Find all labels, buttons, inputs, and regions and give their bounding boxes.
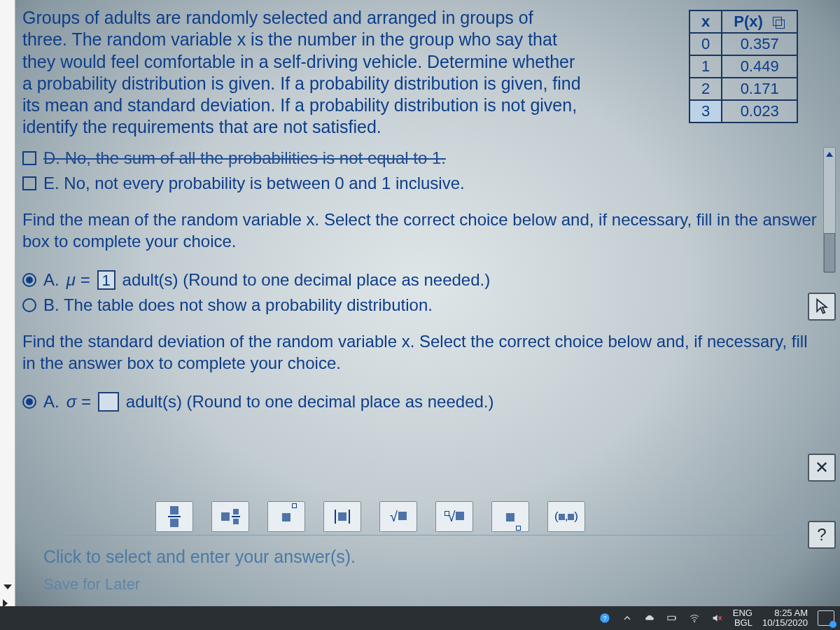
scroll-thumb[interactable] xyxy=(824,233,835,272)
table-row: 1 0.449 xyxy=(690,55,797,78)
help-tray-icon[interactable]: ? xyxy=(598,612,611,624)
save-for-later-link[interactable]: Save for Later xyxy=(43,575,140,594)
left-scroll-rail xyxy=(0,0,15,616)
clock-date: 10/15/2020 xyxy=(762,618,808,628)
system-clock[interactable]: 8:25 AM 10/15/2020 xyxy=(762,608,808,627)
svg-text:?: ? xyxy=(603,615,606,622)
mean-option-a[interactable]: A. μ = 1 adult(s) (Round to one decimal … xyxy=(22,270,820,290)
mean-prompt: Find the mean of the random variable x. … xyxy=(22,209,820,252)
option-e-row[interactable]: E. No, not every probability is between … xyxy=(22,174,820,193)
col-px-header: P(x) xyxy=(722,10,797,33)
math-fraction-button[interactable] xyxy=(155,501,193,532)
cell-x: 1 xyxy=(690,55,722,78)
cursor-icon xyxy=(816,298,828,315)
cell-px: 0.449 xyxy=(722,55,797,78)
mean-b-label: B. The table does not show a probability… xyxy=(43,295,433,315)
clock-time: 8:25 AM xyxy=(762,608,808,618)
chevron-up-icon[interactable] xyxy=(621,612,634,624)
math-nth-root-button[interactable]: √ xyxy=(435,501,473,532)
mean-a-prefix: A. xyxy=(43,270,59,290)
table-row: 2 0.171 xyxy=(690,78,797,100)
option-d-label: D. No, the sum of all the probabilities … xyxy=(43,148,446,168)
help-icon: ? xyxy=(817,525,826,545)
probability-table: x P(x) 0 0.357 1 0.449 2 0.171 3 0.023 xyxy=(689,10,798,123)
sd-option-a[interactable]: A. σ = adult(s) (Round to one decimal pl… xyxy=(22,392,820,412)
svg-rect-3 xyxy=(675,617,676,620)
scroll-up-icon[interactable] xyxy=(824,148,835,160)
hint-text: Click to select and enter your answer(s)… xyxy=(43,535,819,567)
language-indicator[interactable]: ENG BGL xyxy=(733,608,752,627)
col-x-header: x xyxy=(690,10,722,33)
px-label: P(x) xyxy=(734,13,763,30)
mu-symbol: μ = xyxy=(66,270,90,290)
action-center-icon[interactable] xyxy=(818,610,834,626)
cell-px: 0.023 xyxy=(722,100,797,122)
svg-rect-2 xyxy=(668,616,676,620)
cell-x: 0 xyxy=(690,33,722,55)
sd-prompt: Find the standard deviation of the rando… xyxy=(22,330,820,374)
close-icon: ✕ xyxy=(815,458,829,477)
question-prompt: Groups of adults are randomly selected a… xyxy=(22,7,582,139)
cell-px: 0.357 xyxy=(722,33,797,55)
radio-mean-a[interactable] xyxy=(22,273,36,287)
cell-x: 2 xyxy=(690,78,722,100)
checkbox-e[interactable] xyxy=(22,176,36,190)
sigma-symbol: σ = xyxy=(66,392,91,412)
radio-mean-b[interactable] xyxy=(22,298,36,312)
volume-muted-icon[interactable] xyxy=(710,612,723,624)
mean-option-b[interactable]: B. The table does not show a probability… xyxy=(22,295,820,315)
radio-sd-a[interactable] xyxy=(22,395,36,409)
panel-scrollbar[interactable] xyxy=(823,147,836,273)
sd-input[interactable] xyxy=(98,392,119,412)
close-panel-button[interactable]: ✕ xyxy=(808,454,836,482)
mean-a-suffix: adult(s) (Round to one decimal place as … xyxy=(122,270,491,290)
math-abs-button[interactable] xyxy=(323,501,361,532)
math-mixed-fraction-button[interactable] xyxy=(211,501,249,532)
scroll-down-icon[interactable] xyxy=(4,584,12,589)
onedrive-icon[interactable] xyxy=(643,612,656,624)
cell-x: 3 xyxy=(690,100,722,122)
option-e-label: E. No, not every probability is between … xyxy=(43,174,465,193)
table-row: 3 0.023 xyxy=(690,100,797,122)
windows-taskbar: ? ENG BGL 8:25 AM 10/15/2020 xyxy=(0,606,840,630)
cell-px: 0.171 xyxy=(722,78,797,100)
math-subscript-button[interactable] xyxy=(491,501,529,532)
svg-point-4 xyxy=(694,621,695,622)
sd-a-suffix: adult(s) (Round to one decimal place as … xyxy=(126,392,494,412)
math-coord-button[interactable]: (,) xyxy=(547,501,585,532)
wifi-icon[interactable] xyxy=(688,612,701,624)
battery-icon[interactable] xyxy=(666,612,678,624)
lang-secondary: BGL xyxy=(733,618,752,628)
cursor-tool-button[interactable] xyxy=(808,293,836,321)
question-header: Groups of adults are randomly selected a… xyxy=(22,7,820,139)
math-toolbar: √ √ (,) xyxy=(155,501,585,532)
sd-a-prefix: A. xyxy=(43,392,59,412)
copy-table-icon[interactable] xyxy=(773,17,785,28)
mean-input[interactable]: 1 xyxy=(97,270,115,290)
checkbox-d[interactable] xyxy=(22,151,36,165)
math-sqrt-button[interactable]: √ xyxy=(379,501,417,532)
math-exponent-button[interactable] xyxy=(267,501,305,532)
help-button[interactable]: ? xyxy=(808,521,836,549)
lang-primary: ENG xyxy=(733,608,752,618)
question-panel: Groups of adults are randomly selected a… xyxy=(15,0,840,609)
table-row: 0 0.357 xyxy=(690,33,797,55)
option-d-row[interactable]: D. No, the sum of all the probabilities … xyxy=(22,148,820,168)
table-header-row: x P(x) xyxy=(690,10,797,33)
